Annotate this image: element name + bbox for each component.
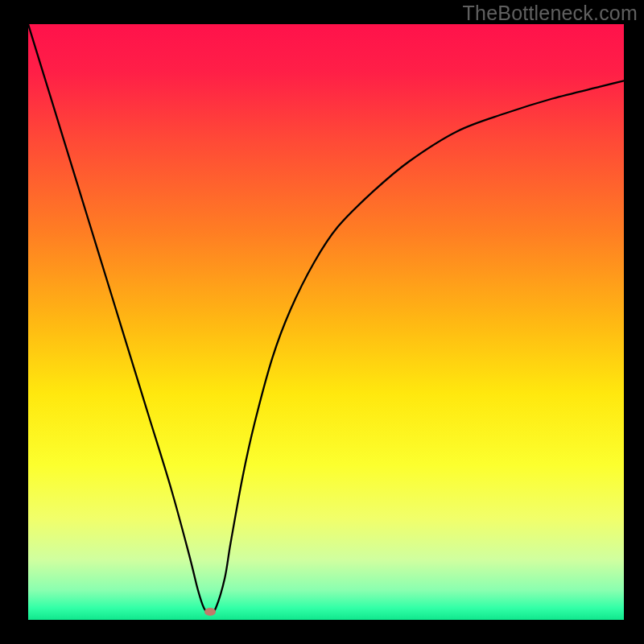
bottleneck-curve-path — [28, 24, 624, 614]
plot-area — [28, 24, 624, 620]
optimum-marker-icon — [204, 608, 216, 616]
chart-frame: TheBottleneck.com — [0, 0, 644, 644]
watermark-text: TheBottleneck.com — [463, 2, 638, 25]
curve-svg — [28, 24, 624, 620]
